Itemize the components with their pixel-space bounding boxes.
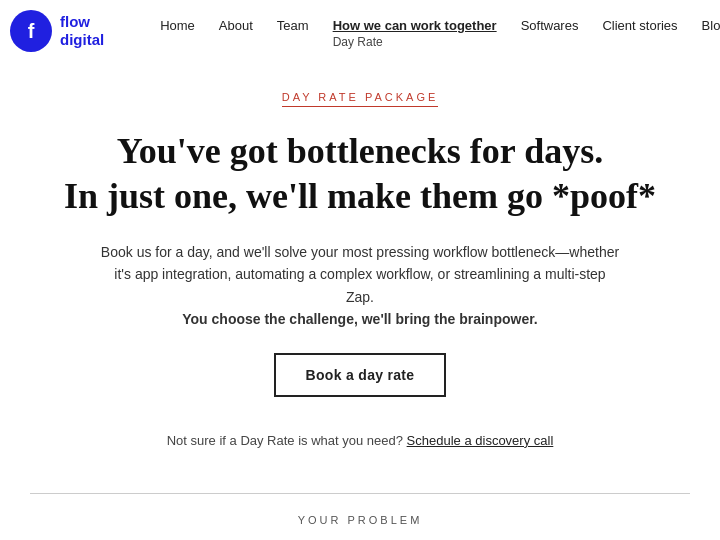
nav-how-we-can-work-together[interactable]: How we can work together Day Rate [321,10,509,57]
main-content: DAY RATE PACKAGE You've got bottlenecks … [0,57,720,468]
main-subtext: Book us for a day, and we'll solve your … [100,241,620,331]
nav-softwares[interactable]: Softwares [509,10,591,41]
section-divider [30,493,690,494]
nav-blog[interactable]: Blog [690,10,720,41]
nav-team[interactable]: Team [265,10,321,41]
logo-icon: f [10,10,52,52]
package-label: DAY RATE PACKAGE [282,91,439,107]
cta-button-wrapper: Book a day rate [40,353,680,415]
nav-client-stories[interactable]: Client stories [590,10,689,41]
main-headline: You've got bottlenecks for days. In just… [40,129,680,219]
logo-text: flow digital [60,13,104,49]
nav-item-label: How we can work together [333,18,497,33]
header: f flow digital Home About Team How we ca… [0,0,720,57]
nav-about[interactable]: About [207,10,265,41]
logo[interactable]: f flow digital [10,10,104,52]
schedule-discovery-call-link[interactable]: Schedule a discovery call [407,433,554,448]
nav: Home About Team How we can work together… [148,10,720,57]
book-day-rate-button[interactable]: Book a day rate [274,353,447,397]
your-problem-label: YOUR PROBLEM [0,514,720,536]
nav-item-sublabel: Day Rate [333,35,497,49]
discovery-text: Not sure if a Day Rate is what you need?… [40,433,680,448]
nav-home[interactable]: Home [148,10,207,41]
